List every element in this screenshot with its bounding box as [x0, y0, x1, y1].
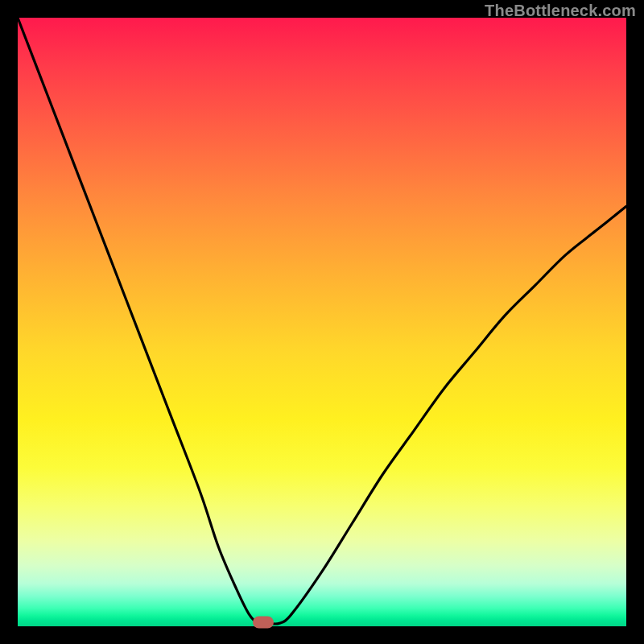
optimal-point-marker — [253, 616, 274, 628]
bottleneck-curve — [18, 18, 626, 626]
watermark-text: TheBottleneck.com — [485, 2, 636, 20]
chart-frame: TheBottleneck.com — [0, 0, 644, 644]
